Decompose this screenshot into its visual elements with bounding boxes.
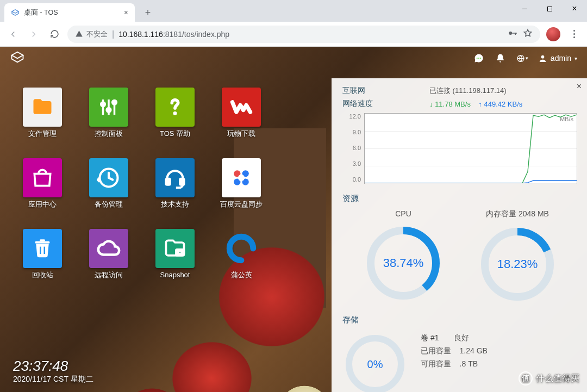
svg-rect-29 xyxy=(44,247,46,254)
app-wan[interactable]: 玩物下载 xyxy=(214,88,268,150)
tos-desktop: ▾ admin ▾ 文件管理控制面板TOS 帮助玩物下载应用中心备份管理技术支持… xyxy=(0,47,587,392)
window-minimize-button[interactable] xyxy=(512,0,537,17)
memory-label: 内存容量 2048 MB xyxy=(486,209,549,219)
app-history[interactable]: 备份管理 xyxy=(82,158,136,221)
bag-icon xyxy=(23,158,62,197)
volume-gauge: 0% xyxy=(342,332,408,392)
clock-date: 2020/11/17 CST 星期二 xyxy=(13,375,93,384)
browser-menu-button[interactable] xyxy=(566,27,582,42)
network-chart: 12.09.06.03.00.0 MB/s xyxy=(342,113,578,184)
svg-point-7 xyxy=(478,58,479,59)
memory-percent: 18.23% xyxy=(477,223,558,305)
pgy-icon xyxy=(222,229,261,268)
window-close-button[interactable]: × xyxy=(562,0,587,17)
memory-gauge: 内存容量 2048 MB 18.23% xyxy=(477,209,558,305)
svg-point-14 xyxy=(101,102,105,107)
tab-title: 桌面 - TOS xyxy=(24,8,120,17)
app-label: 远程访问 xyxy=(95,271,123,279)
cpu-percent: 38.74% xyxy=(363,222,444,304)
svg-rect-26 xyxy=(35,241,50,244)
speed-label: 网络速度 xyxy=(342,99,429,109)
user-name: admin xyxy=(551,54,571,63)
desktop-clock: 23:37:48 2020/11/17 CST 星期二 xyxy=(13,358,93,384)
app-label: TOS 帮助 xyxy=(160,129,190,138)
app-label: 回收站 xyxy=(32,271,53,279)
forward-button[interactable] xyxy=(26,27,41,42)
baidu-icon xyxy=(222,158,261,197)
app-label: 蒲公英 xyxy=(231,271,252,279)
user-menu[interactable]: admin ▾ xyxy=(538,54,577,63)
sliders-icon xyxy=(89,88,128,127)
app-folder[interactable]: 文件管理 xyxy=(15,88,70,150)
tos-logo-icon[interactable] xyxy=(10,49,25,67)
resources-label: 资源 xyxy=(342,194,578,204)
svg-point-31 xyxy=(178,251,182,254)
notifications-bell-icon[interactable] xyxy=(495,52,507,64)
tab-favicon-icon xyxy=(11,8,20,17)
bookmark-star-icon[interactable] xyxy=(523,28,533,40)
url-text: 10.168.1.116:8181/tos/index.php xyxy=(118,30,502,39)
svg-point-17 xyxy=(173,111,177,115)
download-arrow-icon: ↓ xyxy=(429,100,435,108)
upload-speed: 449.42 KB/s xyxy=(484,100,522,108)
history-icon xyxy=(89,158,128,197)
app-trash[interactable]: 回收站 xyxy=(15,229,70,291)
internet-label: 互联网 xyxy=(342,86,429,96)
app-cloud[interactable]: 远程访问 xyxy=(82,229,136,291)
app-label: 玩物下载 xyxy=(227,129,255,138)
svg-point-10 xyxy=(541,55,545,58)
storage-info: 卷 #1 良好 已用容量 1.24 GB 可用容量 .8 TB xyxy=(421,332,488,370)
desktop-topbar: ▾ admin ▾ xyxy=(0,47,587,70)
svg-point-8 xyxy=(480,58,481,59)
cpu-gauge: CPU 38.74% xyxy=(363,209,444,305)
new-tab-button[interactable]: + xyxy=(140,5,155,20)
app-baidu[interactable]: 百度云盘同步 xyxy=(214,158,268,221)
profile-avatar[interactable] xyxy=(546,27,561,42)
wan-icon xyxy=(222,88,261,127)
svg-rect-20 xyxy=(180,179,184,185)
app-label: 控制面板 xyxy=(95,129,123,138)
back-button[interactable] xyxy=(5,27,21,42)
cloud-icon xyxy=(89,229,128,268)
app-snapshot[interactable]: Snapshot xyxy=(148,229,202,291)
saved-password-key-icon[interactable] xyxy=(507,28,519,40)
volume-percent: 0% xyxy=(342,332,408,392)
status-panel: × 互联网 已连接 (111.198.117.14) 网络速度 ↓ 11.78 … xyxy=(332,78,587,392)
app-label: 备份管理 xyxy=(95,200,123,209)
svg-rect-19 xyxy=(166,179,170,185)
security-warning-text: 不安全 xyxy=(86,29,108,39)
cpu-label: CPU xyxy=(395,209,411,218)
speed-values: ↓ 11.78 MB/s ↑ 449.42 KB/s xyxy=(429,100,578,108)
tab-close-icon[interactable]: × xyxy=(124,8,128,17)
svg-point-16 xyxy=(113,100,117,104)
app-label: 百度云盘同步 xyxy=(220,200,263,209)
app-label: 应用中心 xyxy=(28,200,57,209)
folder-icon xyxy=(23,88,62,127)
app-label: 文件管理 xyxy=(28,129,57,138)
panel-close-icon[interactable]: × xyxy=(577,82,582,91)
svg-point-6 xyxy=(477,58,478,59)
headset-icon xyxy=(155,158,195,197)
svg-rect-4 xyxy=(515,33,516,35)
svg-rect-5 xyxy=(516,33,517,34)
app-pgy[interactable]: 蒲公英 xyxy=(214,229,268,291)
network-globe-icon[interactable]: ▾ xyxy=(516,52,528,64)
snapshot-icon xyxy=(155,229,195,268)
security-warning-icon: 不安全 xyxy=(75,29,108,39)
app-headset[interactable]: 技术支持 xyxy=(148,158,202,221)
svg-rect-1 xyxy=(547,7,552,11)
app-question[interactable]: TOS 帮助 xyxy=(148,88,202,150)
app-sliders[interactable]: 控制面板 xyxy=(82,88,136,150)
clock-time: 23:37:48 xyxy=(13,358,93,375)
address-bar[interactable]: 不安全 | 10.168.1.116:8181/tos/index.php xyxy=(67,26,540,43)
app-bag[interactable]: 应用中心 xyxy=(15,158,70,221)
browser-toolbar: 不安全 | 10.168.1.116:8181/tos/index.php xyxy=(0,22,587,47)
messages-icon[interactable] xyxy=(473,52,485,64)
svg-point-15 xyxy=(107,108,111,112)
app-label: 技术支持 xyxy=(161,200,189,209)
window-maximize-button[interactable] xyxy=(537,0,562,17)
reload-button[interactable] xyxy=(47,27,62,42)
browser-tab[interactable]: 桌面 - TOS × xyxy=(4,3,135,22)
svg-point-25 xyxy=(238,175,245,181)
svg-rect-28 xyxy=(40,247,41,254)
